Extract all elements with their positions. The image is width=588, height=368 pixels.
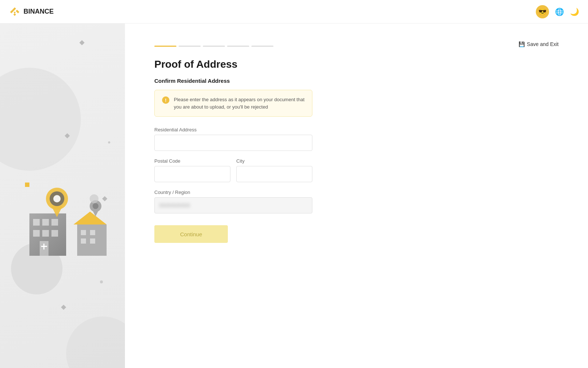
right-content: 💾 Save and Exit Proof of Address Confirm… [125,24,588,368]
dark-mode-icon[interactable]: 🌙 [570,7,579,16]
svg-rect-4 [51,219,58,226]
deco-circle-large [0,68,81,171]
deco-dot-2 [100,280,103,283]
left-panel [0,24,125,368]
country-region-value: XXXXXXXXX [159,202,190,208]
svg-point-24 [90,194,98,203]
progress-segment-2 [179,46,201,47]
residential-address-label: Residential Address [154,127,312,132]
progress-segment-4 [227,46,249,47]
city-group: City [236,158,312,182]
postal-city-row: Postal Code City [154,158,312,182]
globe-icon[interactable]: 🌐 [555,7,564,16]
deco-circle-bottom [66,316,125,368]
svg-rect-6 [42,230,49,237]
deco-dot-1 [108,141,110,144]
postal-code-input[interactable] [154,166,230,182]
form-area: Proof of Address Confirm Residential Add… [125,24,478,265]
logo-text: BINANCE [24,8,54,15]
binance-logo-icon [9,6,21,18]
svg-rect-15 [81,238,86,244]
residential-address-group: Residential Address [154,127,312,151]
progress-bar [154,46,448,47]
svg-rect-7 [51,230,58,237]
svg-rect-5 [33,230,40,237]
svg-rect-14 [90,230,95,235]
warning-text: Please enter the address as it appears o… [174,96,305,110]
deco-diamond-1 [79,40,85,45]
warning-box: ! Please enter the address as it appears… [154,90,312,117]
illustration [22,177,118,258]
city-input[interactable] [236,166,312,182]
svg-rect-16 [90,238,95,244]
logo[interactable]: BINANCE [9,6,54,18]
save-exit-icon: 💾 [519,41,525,47]
progress-segment-1 [154,46,176,47]
country-region-label: Country / Region [154,190,312,195]
postal-code-label: Postal Code [154,158,230,164]
svg-rect-2 [33,219,40,226]
continue-button[interactable]: Continue [154,225,228,243]
progress-segment-5 [251,46,273,47]
page-title: Proof of Address [154,59,448,70]
city-label: City [236,158,312,164]
save-exit-label: Save and Exit [527,41,559,47]
svg-rect-13 [81,230,86,235]
svg-rect-10 [43,244,44,250]
header: BINANCE 😎 🌐 🌙 [0,0,588,24]
svg-point-19 [53,195,61,202]
avatar[interactable]: 😎 [536,5,549,18]
save-exit-button[interactable]: 💾 Save and Exit [519,41,559,47]
residential-address-input[interactable] [154,135,312,151]
svg-rect-3 [42,219,49,226]
country-region-input[interactable]: XXXXXXXXX [154,197,312,213]
main-layout: 💾 Save and Exit Proof of Address Confirm… [0,24,588,368]
header-right: 😎 🌐 🌙 [536,5,579,18]
svg-marker-12 [74,212,107,224]
section-title: Confirm Residential Address [154,78,448,84]
country-region-group: Country / Region XXXXXXXXX [154,190,312,213]
deco-diamond-4 [61,305,66,310]
progress-segment-3 [203,46,225,47]
postal-code-group: Postal Code [154,158,230,182]
svg-point-22 [93,203,98,209]
warning-icon: ! [162,96,169,104]
